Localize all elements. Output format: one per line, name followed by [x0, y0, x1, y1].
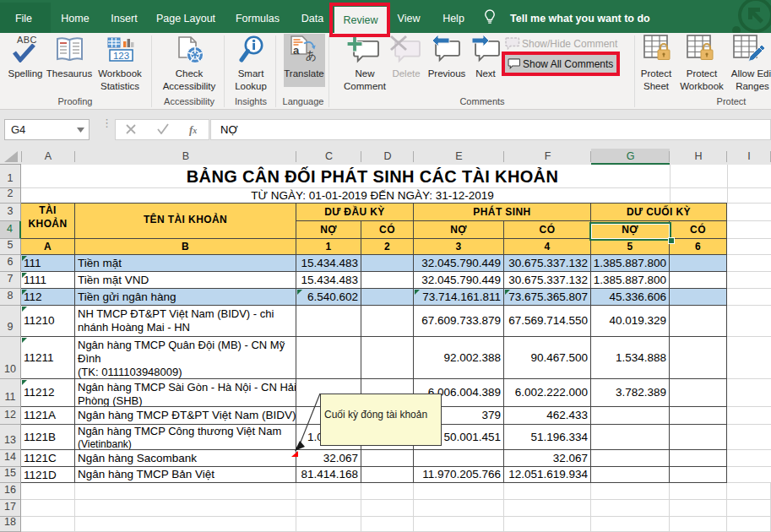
- svg-text:あ: あ: [306, 49, 317, 62]
- svg-text:123: 123: [113, 51, 129, 61]
- svg-text:a: a: [293, 44, 300, 57]
